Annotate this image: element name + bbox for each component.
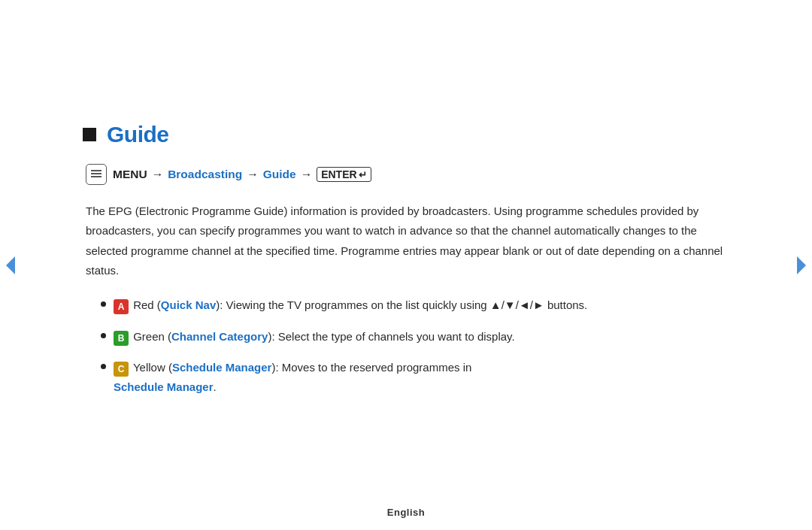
bullet-dot-icon: [101, 364, 106, 369]
right-nav-arrow[interactable]: [791, 247, 812, 284]
guide-link[interactable]: Guide: [263, 168, 296, 181]
enter-label: ENTER: [321, 168, 356, 180]
bullet-dot-icon: [101, 333, 106, 338]
bullet-color-label-3: Yellow (: [133, 361, 172, 374]
svg-marker-0: [6, 256, 15, 274]
list-item: C Yellow (Schedule Manager): Moves to th…: [101, 358, 729, 396]
bullet-dot-icon: [101, 301, 106, 307]
bullet-text-1: ): Viewing the TV programmes on the list…: [216, 298, 587, 311]
svg-rect-2: [91, 170, 102, 171]
arrow-sep-3: →: [301, 168, 313, 181]
key-badge-yellow: C: [114, 362, 129, 377]
bullet-list: A Red (Quick Nav): Viewing the TV progra…: [83, 295, 729, 396]
bullet-text-3b: .: [214, 380, 217, 393]
arrow-sep-1: →: [152, 168, 164, 181]
menu-path: MENU → Broadcasting → Guide → ENTER↵: [83, 164, 729, 185]
schedule-manager-link-1[interactable]: Schedule Manager: [172, 361, 272, 374]
footer-language: English: [387, 507, 425, 518]
broadcasting-link[interactable]: Broadcasting: [168, 168, 242, 181]
main-content: Guide MENU → Broadcasting → Guide → ENTE…: [38, 92, 774, 438]
menu-label: MENU: [113, 168, 147, 181]
quick-nav-link[interactable]: Quick Nav: [161, 298, 216, 311]
page-container: Guide MENU → Broadcasting → Guide → ENTE…: [0, 0, 812, 530]
left-nav-arrow[interactable]: [0, 247, 21, 284]
schedule-manager-link-2[interactable]: Schedule Manager: [114, 380, 214, 393]
description-text: The EPG (Electronic Programme Guide) inf…: [83, 201, 729, 280]
menu-icon: [86, 164, 107, 185]
title-row: Guide: [83, 122, 729, 147]
page-title: Guide: [107, 122, 169, 147]
list-item: A Red (Quick Nav): Viewing the TV progra…: [101, 295, 729, 315]
bullet-content-3: C Yellow (Schedule Manager): Moves to th…: [114, 358, 729, 396]
bullet-color-label-2: Green (: [133, 330, 171, 343]
svg-marker-1: [797, 256, 806, 274]
svg-rect-4: [91, 176, 102, 177]
list-item: B Green (Channel Category): Select the t…: [101, 327, 729, 347]
key-badge-green: B: [114, 331, 129, 346]
arrow-sep-2: →: [247, 168, 259, 181]
channel-category-link[interactable]: Channel Category: [171, 330, 268, 343]
bullet-color-label-1: Red (: [133, 298, 161, 311]
svg-rect-3: [91, 173, 102, 174]
bullet-content-2: B Green (Channel Category): Select the t…: [114, 327, 729, 347]
bullet-text-2: ): Select the type of channels you want …: [268, 330, 514, 343]
title-square-icon: [83, 128, 96, 141]
enter-button: ENTER↵: [317, 167, 371, 182]
bullet-text-3a: ): Moves to the reserved programmes in: [271, 361, 471, 374]
bullet-content-1: A Red (Quick Nav): Viewing the TV progra…: [114, 295, 729, 315]
key-badge-red: A: [114, 299, 129, 314]
